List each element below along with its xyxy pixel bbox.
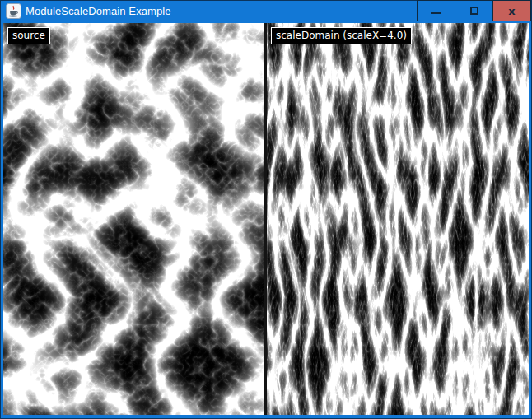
application-window: ModuleScaleDomain Example x source scale… <box>0 0 532 419</box>
scaled-noise-image <box>267 23 529 415</box>
minimize-icon <box>431 12 441 14</box>
scale-domain-label: scaleDomain (scaleX=4.0) <box>271 27 412 44</box>
scaled-panel: scaleDomain (scaleX=4.0) <box>267 23 529 415</box>
title-bar[interactable]: ModuleScaleDomain Example x <box>0 0 532 23</box>
content-area: source scaleDomain (scaleX=4.0) <box>3 23 529 415</box>
maximize-button[interactable] <box>455 0 493 21</box>
java-coffee-cup-icon <box>6 3 21 19</box>
source-panel: source <box>3 23 264 415</box>
maximize-icon <box>470 7 478 15</box>
minimize-button[interactable] <box>417 0 455 21</box>
close-icon: x <box>508 6 515 16</box>
window-controls: x <box>418 0 531 21</box>
source-noise-image <box>3 23 264 415</box>
close-button[interactable]: x <box>492 0 531 21</box>
source-label: source <box>7 27 50 44</box>
window-title: ModuleScaleDomain Example <box>26 0 171 22</box>
